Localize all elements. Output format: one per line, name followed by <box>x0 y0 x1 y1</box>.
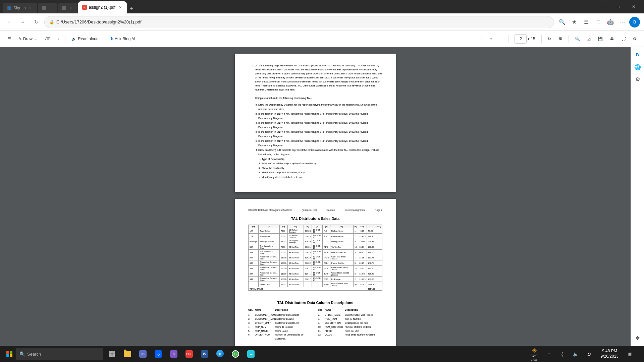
chevron-up-button[interactable]: ⌃ <box>543 348 555 360</box>
new-tab-button[interactable]: + <box>127 4 136 13</box>
fit-page-button[interactable]: □ <box>497 34 505 44</box>
show-desktop-button[interactable] <box>639 347 641 361</box>
address-bar[interactable]: 🔒 C:/Users/17206/Desktop/assign2%20(1).p… <box>44 16 554 28</box>
nav-icons: 🔍 ★ ☰ ▢ 🤖 ⋯ B <box>557 17 640 27</box>
dropbox-button[interactable]: ◇ <box>151 347 166 361</box>
settings-button[interactable]: ⚙ <box>630 34 639 44</box>
col-desc-left: Col. Name Description 1.CUSTOMER_NUMCust… <box>248 309 313 341</box>
page-number-input[interactable] <box>515 34 527 44</box>
profile-button[interactable]: B <box>629 17 640 27</box>
forward-button[interactable]: → <box>17 17 28 27</box>
table-row: 344Almondton General Store1500045 Hui Ti… <box>249 260 382 266</box>
save-pdf-button[interactable]: 💾 <box>595 34 605 44</box>
close-button[interactable]: ✕ <box>626 0 641 13</box>
refresh-button[interactable]: ↻ <box>31 17 42 27</box>
toc-button[interactable]: ☰ <box>5 34 14 44</box>
taskbar-search[interactable]: 🔍 Search <box>16 348 103 360</box>
main-area: On the following page are the data and d… <box>0 47 644 346</box>
search-pdf-button[interactable]: 🔍 <box>572 34 583 44</box>
notification-button[interactable]: ▣ <box>624 348 636 360</box>
col-row-4: 4.REP_NUMRep's ID Number <box>248 325 313 329</box>
signin-tab-close[interactable]: ✕ <box>28 5 33 11</box>
total-pages-text: of 5 <box>528 36 535 41</box>
qd: Is the relation in 3NF? If not, convert … <box>258 130 382 139</box>
table-row: 344Almondton General Store1500045 Hui Ti… <box>249 277 382 282</box>
total-sales-value: 3754.52 <box>367 287 376 291</box>
chrome-button[interactable]: G <box>228 347 243 361</box>
tab2[interactable]: ✕ <box>38 3 57 13</box>
tab3[interactable]: ✕ <box>58 3 77 13</box>
edge-button[interactable]: e <box>213 347 227 361</box>
start-button[interactable] <box>3 347 16 361</box>
volume-icon[interactable]: 🔈 <box>570 348 582 360</box>
col-header-9: (9) <box>353 225 358 228</box>
desktop-app-icon: ☁ <box>247 350 255 358</box>
zoom-out-button[interactable]: − <box>478 34 485 44</box>
draw-tools[interactable]: ✎ Draw ⌄ <box>16 34 40 44</box>
clock-date: 9/26/2023 <box>601 354 619 359</box>
pdf-tab-close[interactable]: ✕ <box>117 5 123 10</box>
navigation-bar: ← → ↻ 🔒 C:/Users/17206/Desktop/assign2%2… <box>0 13 644 31</box>
pdf-viewer[interactable]: On the following page are the data and d… <box>0 47 631 346</box>
zoom-button[interactable]: 🔍 <box>557 17 568 27</box>
snip-button[interactable]: ✂ <box>136 347 150 361</box>
maximize-button[interactable]: □ <box>610 0 626 13</box>
more-button[interactable]: ⋯ <box>617 17 628 27</box>
collections-button[interactable]: ▢ <box>593 17 604 27</box>
read-aloud-button[interactable]: 🔈 Read aloud <box>69 34 101 44</box>
favorites-button[interactable]: ★ <box>569 17 580 27</box>
sidebar-button[interactable]: ☰ <box>581 17 592 27</box>
pdf-app-button[interactable]: PDF <box>182 347 197 361</box>
qf: Draw an (Chen) E-R model to represent th… <box>258 148 382 180</box>
print-button[interactable]: 🖶 <box>556 34 565 44</box>
tab2-close[interactable]: ✕ <box>48 5 53 11</box>
toolbar-separator-3 <box>508 35 508 43</box>
file-explorer-button[interactable] <box>120 347 135 361</box>
read-aloud-icon: 🔈 <box>71 37 76 41</box>
pdf-favicon: P <box>82 5 87 10</box>
pdf-app-icon: PDF <box>185 350 193 358</box>
back-button[interactable]: ← <box>4 17 15 27</box>
highlight-button[interactable]: ▫ <box>55 34 62 44</box>
read-mode-button[interactable]: ◿ <box>585 34 593 44</box>
eraser-button[interactable]: ⌫ <box>42 34 53 44</box>
desktop-icon-btn[interactable]: ☁ <box>244 347 258 361</box>
pen-button[interactable]: ✎ <box>166 347 181 361</box>
col-row-1: 1.CUSTOMER_NUMCustomer's ID Number <box>248 313 313 317</box>
col-header-6: (6) <box>312 225 323 228</box>
col-header-3: (3) <box>280 225 288 228</box>
pdf-toolbar: ☰ ✎ Draw ⌄ ⌫ ▫ 🔈 Read aloud b Ask Bing A… <box>0 31 644 47</box>
page-header: OS 3060 Database Management Systems (ins… <box>248 209 382 211</box>
svg-rect-2 <box>6 354 9 357</box>
pen-icon: ✎ <box>170 350 177 358</box>
col-header-8: (8) <box>330 225 353 228</box>
word-button[interactable]: W <box>197 347 212 361</box>
translate-button[interactable]: 🌐 <box>632 62 643 72</box>
sales-data-table: (1) (2) (3) (4) (5) (6) (7) (8) (9) (10)… <box>248 225 382 291</box>
edge-icon: e <box>216 350 224 357</box>
weather-widget[interactable]: ☀ 64°F Clear <box>528 348 540 360</box>
col-header-left: Col. Name Description <box>248 309 313 312</box>
taskview-button[interactable] <box>105 347 119 361</box>
lock-icon: 🔒 <box>49 20 54 24</box>
network-icon[interactable]: 〈 <box>556 348 569 360</box>
ask-bing-button[interactable]: b Ask Bing AI <box>108 34 138 44</box>
rotate-button[interactable]: ↻ <box>545 34 554 44</box>
col-row-7: 7.ORDER_DATEDate the Order was Placed <box>318 313 382 317</box>
print-pdf-button[interactable]: 🖶 <box>607 34 617 44</box>
fullscreen-button[interactable]: ⛶ <box>619 34 628 44</box>
tab-pdf[interactable]: P assign2 (1).pdf ✕ <box>78 1 127 13</box>
panel-settings-button[interactable]: ⚙ <box>632 74 643 84</box>
tab3-close[interactable]: ✕ <box>68 5 73 11</box>
col-header-12: (12) <box>376 225 382 228</box>
browser-extras[interactable]: 🤖 <box>605 17 616 27</box>
panel-expand-button[interactable]: ✥ <box>632 333 643 343</box>
copilot-button[interactable]: B <box>632 50 643 60</box>
system-clock[interactable]: 9:48 PM 9/26/2023 <box>598 349 621 359</box>
minimize-button[interactable]: ─ <box>595 0 610 13</box>
svg-rect-4 <box>109 351 112 354</box>
taskbar-apps: ✂ ◇ ✎ PDF W e G ☁ <box>105 347 258 361</box>
zoom-in-button[interactable]: + <box>487 34 495 44</box>
battery-icon[interactable]: ⌮ <box>583 348 595 360</box>
tab-signin[interactable]: 👤 Sign in ✕ <box>3 3 37 13</box>
